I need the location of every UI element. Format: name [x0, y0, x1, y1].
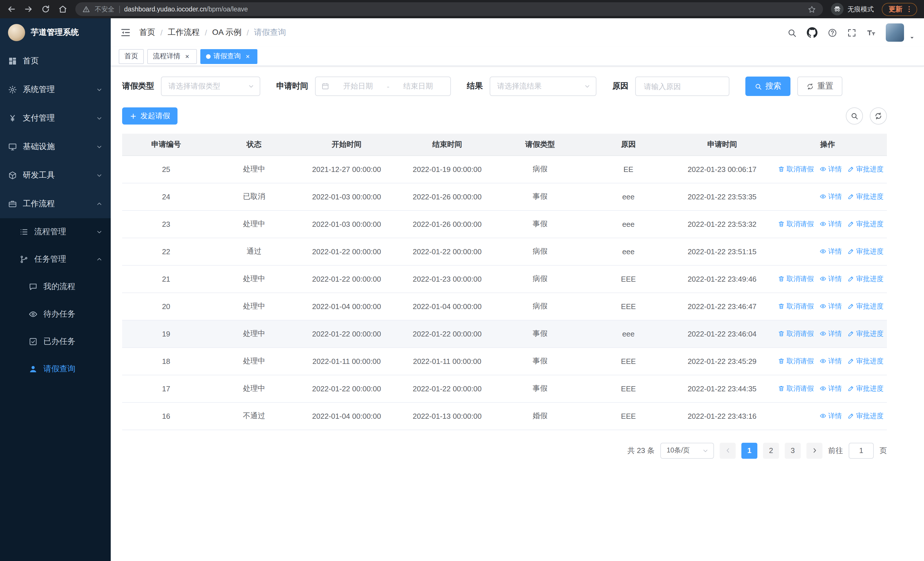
toggle-search-button[interactable]: [846, 107, 863, 125]
sidebar-item-workflow[interactable]: 工作流程: [0, 190, 111, 218]
progress-link[interactable]: 审批进度: [848, 164, 884, 174]
cancel-leave-link[interactable]: 取消请假: [778, 301, 814, 311]
start-date-placeholder[interactable]: 开始日期: [332, 81, 385, 92]
tab-close-icon[interactable]: ×: [183, 52, 191, 60]
search-button[interactable]: 搜索: [746, 77, 790, 96]
action-label: 审批进度: [856, 192, 884, 202]
detail-link[interactable]: 详情: [819, 219, 842, 229]
address-bar[interactable]: 不安全 dashboard.yudao.iocoder.cn/bpm/oa/le…: [75, 2, 823, 16]
refresh-table-button[interactable]: [870, 107, 887, 125]
url-domain: dashboard.yudao.iocoder.cn: [124, 6, 207, 12]
reset-button[interactable]: 重置: [797, 77, 842, 96]
browser-home-icon[interactable]: [58, 5, 68, 14]
sidebar-item-payment-management[interactable]: 支付管理: [0, 104, 111, 132]
browser-reload-icon[interactable]: [41, 5, 50, 14]
cancel-leave-link[interactable]: 取消请假: [778, 164, 814, 174]
fullscreen-icon[interactable]: [847, 28, 856, 38]
end-date-placeholder[interactable]: 结束日期: [392, 81, 445, 92]
detail-link[interactable]: 详情: [819, 274, 842, 284]
progress-link[interactable]: 审批进度: [848, 329, 884, 338]
breadcrumb-item[interactable]: 首页: [139, 27, 155, 38]
detail-link[interactable]: 详情: [819, 192, 842, 202]
reset-button-label: 重置: [817, 81, 833, 92]
sidebar-item-done-tasks[interactable]: 已办任务: [0, 328, 111, 355]
pagination: 共 23 条 10条/页 123 前往 页: [122, 442, 887, 459]
github-icon[interactable]: [806, 27, 818, 38]
eye-icon: [28, 310, 38, 319]
cell-leave-type: 病假: [499, 155, 581, 183]
leave-type-select[interactable]: 请选择请假类型: [161, 77, 260, 96]
cell-status: 处理中: [210, 347, 298, 375]
help-icon[interactable]: [828, 28, 837, 38]
avatar-caret-icon[interactable]: [909, 35, 915, 41]
cell-start-time: 2022-01-22 00:00:00: [298, 375, 395, 402]
app-logo[interactable]: 芋道管理系统: [0, 18, 111, 47]
edit-icon: [848, 303, 854, 310]
create-leave-button[interactable]: 发起请假: [122, 107, 177, 125]
column-header: 状态: [210, 134, 298, 155]
page-size-select[interactable]: 10条/页: [660, 442, 714, 459]
sidebar-item-dev-tools[interactable]: 研发工具: [0, 161, 111, 190]
progress-link[interactable]: 审批进度: [848, 301, 884, 311]
detail-link[interactable]: 详情: [819, 329, 842, 338]
page-button-1[interactable]: 1: [741, 442, 758, 459]
tab-process-detail[interactable]: 流程详情×: [147, 49, 197, 64]
sidebar-toggle-icon[interactable]: [120, 27, 131, 38]
cancel-leave-link[interactable]: 取消请假: [778, 329, 814, 338]
progress-link[interactable]: 审批进度: [848, 411, 884, 421]
progress-link[interactable]: 审批进度: [848, 356, 884, 366]
cancel-leave-link[interactable]: 取消请假: [778, 356, 814, 366]
apply-time-range-picker[interactable]: 开始日期 - 结束日期: [315, 77, 451, 96]
detail-link[interactable]: 详情: [819, 164, 842, 174]
sidebar-item-todo-tasks[interactable]: 待办任务: [0, 301, 111, 328]
sidebar-item-system-management[interactable]: 系统管理: [0, 75, 111, 104]
prev-page-button[interactable]: [720, 442, 736, 459]
kebab-menu-icon[interactable]: [905, 5, 913, 13]
breadcrumb-item[interactable]: OA 示例: [212, 27, 242, 38]
page-button-3[interactable]: 3: [785, 442, 801, 459]
tab-close-icon[interactable]: ×: [244, 52, 252, 60]
sidebar-item-leave-query[interactable]: 请假查询: [0, 355, 111, 383]
tab-leave-query[interactable]: 请假查询×: [200, 49, 257, 64]
progress-link[interactable]: 审批进度: [848, 384, 884, 393]
security-warning-icon[interactable]: [82, 5, 90, 13]
browser-back-icon[interactable]: [7, 5, 16, 14]
goto-page-input[interactable]: [849, 442, 874, 459]
progress-link[interactable]: 审批进度: [848, 219, 884, 229]
browser-forward-icon[interactable]: [24, 5, 33, 14]
reason-input[interactable]: [643, 81, 722, 91]
detail-link[interactable]: 详情: [819, 384, 842, 393]
sidebar-item-home[interactable]: 首页: [0, 47, 111, 75]
tab-home[interactable]: 首页: [119, 49, 144, 64]
cancel-leave-link[interactable]: 取消请假: [778, 219, 814, 229]
progress-link[interactable]: 审批进度: [848, 247, 884, 256]
bookmark-star-icon[interactable]: [808, 5, 816, 14]
browser-update-button[interactable]: 更新: [882, 3, 917, 16]
sidebar-item-process-management[interactable]: 流程管理: [0, 218, 111, 246]
page-button-2[interactable]: 2: [763, 442, 779, 459]
detail-link[interactable]: 详情: [819, 247, 842, 256]
app: 芋道管理系统 首页系统管理支付管理基础设施研发工具工作流程流程管理任务管理我的流…: [0, 18, 924, 561]
cell-end-time: 2022-01-04 00:00:00: [395, 292, 499, 320]
search-button-label: 搜索: [765, 81, 782, 92]
security-label[interactable]: 不安全: [95, 5, 114, 14]
detail-link[interactable]: 详情: [819, 301, 842, 311]
detail-link[interactable]: 详情: [819, 411, 842, 421]
sidebar-item-task-management[interactable]: 任务管理: [0, 246, 111, 273]
chevron-down-icon: [96, 172, 103, 179]
cancel-leave-link[interactable]: 取消请假: [778, 274, 814, 284]
next-page-button[interactable]: [806, 442, 822, 459]
tab-label: 请假查询: [213, 51, 241, 61]
breadcrumb-item[interactable]: 工作流程: [168, 27, 200, 38]
reason-inputbox: [635, 77, 729, 96]
cancel-leave-link[interactable]: 取消请假: [778, 384, 814, 393]
search-icon[interactable]: [787, 28, 797, 38]
sidebar-item-infrastructure[interactable]: 基础设施: [0, 132, 111, 161]
detail-link[interactable]: 详情: [819, 356, 842, 366]
result-select[interactable]: 请选择流结果: [490, 77, 596, 96]
progress-link[interactable]: 审批进度: [848, 192, 884, 202]
sidebar-item-my-process[interactable]: 我的流程: [0, 273, 111, 301]
progress-link[interactable]: 审批进度: [848, 274, 884, 284]
user-avatar[interactable]: [886, 23, 904, 42]
font-size-icon[interactable]: [866, 28, 876, 38]
